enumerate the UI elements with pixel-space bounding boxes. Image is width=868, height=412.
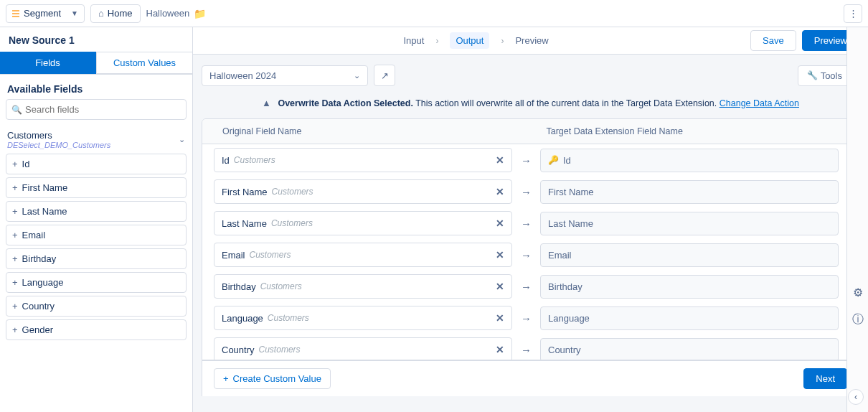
original-field-box[interactable]: Last NameCustomers✕	[214, 211, 512, 235]
notice-text: This action will overwrite all of the cu…	[413, 98, 720, 108]
top-bar: Segment ▼ ⌂ Home Halloween 📁 ⋮	[0, 0, 868, 27]
change-data-action-link[interactable]: Change Data Action	[720, 98, 799, 108]
field-label: Id	[22, 159, 30, 169]
chevron-right-icon: ›	[501, 36, 504, 46]
target-de-dropdown[interactable]: Halloween 2024 ⌄	[202, 65, 368, 86]
field-item[interactable]: +Email	[6, 225, 187, 245]
original-field-box[interactable]: EmailCustomers✕	[214, 243, 512, 267]
original-field-box[interactable]: IdCustomers✕	[214, 148, 512, 172]
dropdown-label: Halloween 2024	[209, 70, 276, 81]
target-field-box[interactable]: Language	[540, 306, 839, 330]
target-field-name: Last Name	[548, 218, 593, 229]
original-field-box[interactable]: BirthdayCustomers✕	[214, 274, 512, 299]
section-customers[interactable]: Customers DESelect_DEMO_Customers ⌄	[0, 127, 192, 149]
available-fields-header: Available Fields	[0, 75, 192, 99]
field-item[interactable]: +Id	[6, 154, 187, 174]
chevron-down-icon: ⌄	[354, 71, 360, 80]
field-label: Gender	[22, 324, 53, 335]
target-field-box[interactable]: Email	[540, 243, 839, 267]
field-name: Last Name	[222, 218, 267, 229]
breadcrumb-item[interactable]: Halloween	[146, 8, 190, 19]
field-name: Country	[222, 345, 255, 355]
column-target: Target Data Extension Field Name	[535, 126, 859, 136]
close-icon[interactable]: ✕	[496, 344, 504, 355]
field-item[interactable]: +First Name	[6, 177, 187, 198]
step-preview[interactable]: Preview	[515, 35, 548, 46]
field-item[interactable]: +Country	[6, 296, 187, 317]
target-field-box[interactable]: Last Name	[540, 212, 839, 235]
mapping-rows[interactable]: IdCustomers✕→🔑IdFirst NameCustomers✕→Fir…	[202, 144, 859, 360]
field-item[interactable]: +Language	[6, 272, 187, 293]
right-rail: ⚙ ⓘ ‹	[846, 27, 868, 412]
arrow-right-icon: →	[518, 186, 534, 198]
open-external-button[interactable]: ↗	[374, 65, 395, 86]
notice-bold: Overwrite Data Action Selected.	[278, 98, 413, 108]
table-row: EmailCustomers✕→Email	[202, 239, 850, 271]
original-field-box[interactable]: CountryCustomers✕	[214, 337, 512, 360]
field-label: Birthday	[22, 253, 57, 264]
table-row: CountryCustomers✕→Country	[202, 334, 850, 360]
close-icon[interactable]: ✕	[496, 249, 504, 261]
create-custom-value-button[interactable]: + Create Custom Value	[214, 368, 331, 389]
collapse-rail-button[interactable]: ‹	[848, 389, 864, 405]
save-button[interactable]: Save	[750, 30, 796, 51]
target-field-name: Id	[563, 155, 571, 166]
plus-icon: +	[12, 206, 18, 217]
field-item[interactable]: +Gender	[6, 319, 187, 340]
overwrite-notice: ▲ Overwrite Data Action Selected. This a…	[193, 92, 868, 118]
table-row: BirthdayCustomers✕→Birthday	[202, 271, 850, 302]
segment-icon	[12, 10, 19, 17]
section-label: Customers	[7, 130, 110, 141]
target-field-name: Country	[548, 345, 581, 355]
original-field-box[interactable]: First NameCustomers✕	[214, 179, 512, 204]
close-icon[interactable]: ✕	[496, 281, 504, 292]
field-name: First Name	[222, 187, 268, 197]
close-icon[interactable]: ✕	[496, 217, 504, 229]
sidebar-title: New Source 1	[0, 27, 192, 52]
field-label: Language	[22, 277, 64, 288]
close-icon[interactable]: ✕	[496, 186, 504, 197]
target-field-name: First Name	[548, 187, 594, 197]
field-name: Birthday	[222, 281, 256, 292]
original-field-box[interactable]: LanguageCustomers✕	[214, 306, 512, 330]
target-field-box[interactable]: 🔑Id	[540, 149, 839, 172]
field-label: First Name	[22, 182, 68, 193]
mapping-header: Original Field Name Target Data Extensio…	[202, 119, 859, 144]
steps-bar: Input › Output › Preview Save Preview	[193, 27, 868, 55]
close-icon[interactable]: ✕	[496, 154, 504, 166]
arrow-right-icon: →	[518, 217, 534, 230]
target-field-box[interactable]: Country	[540, 338, 839, 360]
field-item[interactable]: +Birthday	[6, 248, 187, 269]
home-button[interactable]: ⌂ Home	[90, 4, 141, 23]
step-output[interactable]: Output	[450, 32, 489, 49]
next-button[interactable]: Next	[803, 368, 847, 389]
step-input[interactable]: Input	[403, 35, 424, 46]
plus-icon: +	[12, 230, 18, 240]
arrow-right-icon: →	[518, 281, 534, 293]
field-source: Customers	[259, 345, 301, 355]
segment-dropdown[interactable]: Segment ▼	[6, 4, 85, 23]
chevron-left-icon: ‹	[854, 392, 857, 402]
field-item[interactable]: +Last Name	[6, 201, 187, 222]
arrow-right-icon: →	[518, 249, 534, 261]
home-label: Home	[108, 8, 133, 19]
target-field-box[interactable]: Birthday	[540, 275, 839, 299]
search-input[interactable]	[6, 99, 187, 120]
plus-icon: +	[12, 253, 18, 264]
section-subtitle: DESelect_DEMO_Customers	[7, 141, 110, 149]
tab-custom-values[interactable]: Custom Values	[96, 52, 192, 74]
field-name: Language	[222, 313, 263, 324]
info-icon[interactable]: ⓘ	[852, 312, 864, 327]
column-original: Original Field Name	[202, 126, 535, 136]
target-field-box[interactable]: First Name	[540, 180, 839, 204]
chevron-right-icon: ›	[435, 36, 438, 46]
target-field-name: Language	[548, 313, 590, 324]
table-footer: + Create Custom Value Next	[202, 360, 859, 396]
tab-fields[interactable]: Fields	[0, 52, 96, 74]
table-row: LanguageCustomers✕→Language	[202, 302, 850, 334]
more-menu-button[interactable]: ⋮	[844, 4, 862, 23]
gear-icon[interactable]: ⚙	[853, 286, 863, 299]
plus-icon: +	[12, 182, 18, 193]
open-external-icon: ↗	[381, 70, 389, 81]
close-icon[interactable]: ✕	[496, 312, 504, 324]
